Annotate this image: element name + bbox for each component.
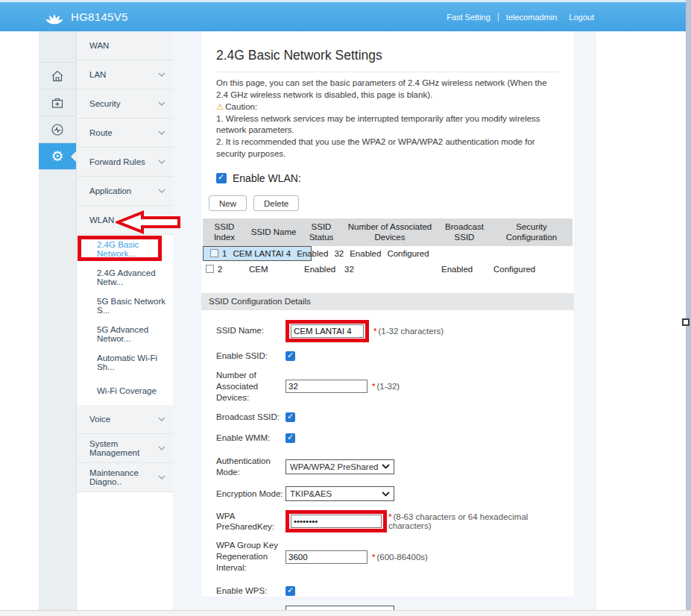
logout-link[interactable]: Logout xyxy=(569,13,594,22)
icon-rail-spacer xyxy=(39,31,76,63)
ssid-name-input[interactable] xyxy=(291,324,364,338)
icon-rail: ⚙ xyxy=(39,31,77,610)
logged-in-username: telecomadmin xyxy=(506,13,557,22)
title-divider xyxy=(216,72,559,72)
ssid-index-value: 2 xyxy=(218,265,222,274)
security-value: Configured xyxy=(490,261,572,277)
chevron-down-icon xyxy=(158,446,165,450)
sidebar-item-application[interactable]: Application xyxy=(77,177,173,206)
status-gauge-icon xyxy=(50,122,65,137)
sidebar-item-system-management[interactable]: System Management xyxy=(77,434,173,463)
ssid-status-value: Enabled xyxy=(301,261,341,277)
sidebar-item-forward-rules[interactable]: Forward Rules xyxy=(77,148,173,177)
scrollbar-track[interactable] xyxy=(686,0,691,616)
ssid-name-value: CEM LANTAI 4 xyxy=(230,245,294,262)
row-checkbox[interactable] xyxy=(210,249,218,257)
window-bottom-edge xyxy=(0,610,691,616)
fast-setting-link[interactable]: Fast Setting xyxy=(447,13,490,22)
encryption-mode-label: Encryption Mode: xyxy=(216,488,285,500)
home-nav-button[interactable] xyxy=(39,63,76,89)
devices-value: 32 xyxy=(341,261,438,277)
chevron-down-icon xyxy=(158,189,165,193)
sidebar-item-maintenance-diagnose[interactable]: Maintenance Diagno.. xyxy=(77,463,173,492)
broadcast-ssid-checkbox[interactable] xyxy=(285,412,295,422)
row-checkbox[interactable] xyxy=(206,265,214,273)
enable-wps-checkbox[interactable] xyxy=(285,586,295,596)
auth-mode-label: Authentication Mode: xyxy=(216,456,285,478)
col-security-config: Security Configuration xyxy=(490,219,572,246)
authentication-mode-select[interactable]: WPA/WPA2 PreShared xyxy=(285,459,394,474)
page-description: On this page, you can set the basic para… xyxy=(216,78,559,101)
sidebar-item-label: Security xyxy=(89,99,158,108)
submenu-item-auto-wifi[interactable]: Automatic Wi-Fi Sh... xyxy=(77,348,173,377)
sidebar-item-lan[interactable]: LAN xyxy=(77,60,173,89)
chevron-down-icon xyxy=(158,160,165,164)
ssid-config-form: SSID Name: *(1-32 characters) Enable SSI… xyxy=(201,310,574,616)
annotation-box-ssid-name xyxy=(285,320,369,342)
table-header-row: SSID Index SSID Name SSID Status Number … xyxy=(203,219,572,246)
huawei-logo-icon xyxy=(43,8,66,26)
security-value: Configured xyxy=(384,245,432,262)
sidebar-item-label: Forward Rules xyxy=(89,157,158,166)
col-ssid-name: SSID Name xyxy=(246,219,301,246)
content-wrapper: 2.4G Basic Network Settings On this page… xyxy=(173,31,596,610)
submenu-item-label: 5G Advanced Networ... xyxy=(97,325,173,343)
new-button[interactable]: New xyxy=(209,195,247,211)
submenu-item-label: Automatic Wi-Fi Sh... xyxy=(97,353,173,371)
enable-wlan-checkbox[interactable] xyxy=(216,173,227,183)
settings-nav-button[interactable]: ⚙ xyxy=(39,143,76,170)
encryption-mode-select[interactable]: TKIP&AES xyxy=(285,486,394,501)
toolbox-nav-button[interactable] xyxy=(39,89,76,116)
annotation-arrow-wlan xyxy=(116,210,181,234)
submenu-item-5g-basic[interactable]: 5G Basic Network S... xyxy=(77,292,173,320)
submenu-item-24g-advanced[interactable]: 2.4G Advanced Netw... xyxy=(77,263,173,292)
enable-wps-label: Enable WPS: xyxy=(216,585,285,597)
submenu-item-label: Wi-Fi Coverage xyxy=(97,386,157,395)
chevron-down-icon xyxy=(158,475,165,480)
annotation-box-wpa-key xyxy=(285,510,387,532)
gear-icon: ⚙ xyxy=(51,149,63,163)
home-icon xyxy=(50,69,65,83)
col-ssid-index: SSID Index xyxy=(203,219,246,246)
enable-ssid-checkbox[interactable] xyxy=(285,351,295,361)
wpa-presharedkey-input[interactable] xyxy=(291,515,382,528)
enable-wmm-checkbox[interactable] xyxy=(285,433,295,443)
chevron-down-icon xyxy=(158,72,165,77)
table-row[interactable]: 2 CEM Enabled 32 Enabled Configured xyxy=(203,261,572,277)
warning-icon: ⚠ xyxy=(216,101,224,112)
status-nav-button[interactable] xyxy=(39,116,76,143)
sidebar-item-wan[interactable]: WAN xyxy=(77,31,173,60)
sidebar-item-label: LAN xyxy=(89,70,158,79)
sidebar-item-security[interactable]: Security xyxy=(77,89,173,119)
sidebar-item-label: Application xyxy=(89,186,158,195)
caution-line-1: 1. Wireless network services may be inte… xyxy=(216,113,559,137)
submenu-item-label: 5G Basic Network S... xyxy=(97,297,173,315)
num-devices-input[interactable] xyxy=(285,380,367,393)
sidebar-item-route[interactable]: Route xyxy=(77,119,173,148)
sidebar-item-label: Maintenance Diagno.. xyxy=(89,468,158,486)
submenu-item-5g-advanced[interactable]: 5G Advanced Networ... xyxy=(77,320,173,348)
ssid-table: SSID Index SSID Name SSID Status Number … xyxy=(203,219,572,277)
ssid-name-value: CEM xyxy=(246,261,301,277)
table-row[interactable]: 1 CEM LANTAI 4 Enabled 32 Enabled Config… xyxy=(203,246,312,261)
section-header: SSID Configuration Details xyxy=(201,293,574,310)
wpa-interval-input[interactable] xyxy=(285,550,367,564)
scrollbar-marker[interactable] xyxy=(682,318,690,326)
enable-ssid-label: Enable SSID: xyxy=(216,351,285,362)
ssid-status-value: Enabled xyxy=(294,245,331,262)
auth-mode-value: WPA/WPA2 PreShared xyxy=(290,462,378,471)
sidebar-item-voice[interactable]: Voice xyxy=(77,405,173,434)
delete-button[interactable]: Delete xyxy=(253,195,299,211)
broadcast-ssid-label: Broadcast SSID: xyxy=(216,412,285,423)
enable-wlan-label: Enable WLAN: xyxy=(233,172,301,184)
broadcast-value: Enabled xyxy=(438,261,490,277)
wpa-key-hint: (8-63 characters or 64 hexadecimal chara… xyxy=(388,512,528,530)
app-header: HG8145V5 Fast Setting telecomadmin Logou… xyxy=(0,2,691,31)
chevron-down-icon xyxy=(158,417,165,421)
page-title: 2.4G Basic Network Settings xyxy=(216,48,559,63)
sidebar-item-label: Voice xyxy=(89,415,158,424)
ssid-index-value: 1 xyxy=(222,249,227,258)
submenu-item-wifi-coverage[interactable]: Wi-Fi Coverage xyxy=(77,377,173,405)
ssid-name-label: SSID Name: xyxy=(216,325,285,336)
broadcast-value: Enabled xyxy=(347,245,384,262)
